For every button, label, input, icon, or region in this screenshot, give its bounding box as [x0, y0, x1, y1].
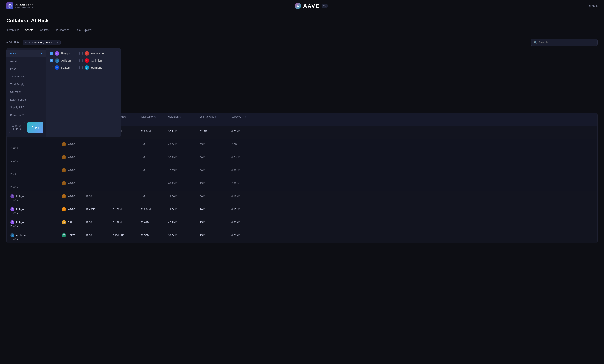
filter-option-avalanche[interactable]: ▲ Avalanche [79, 51, 104, 56]
supply-apy-cell: 0.563% [231, 130, 259, 133]
polygon-icon: ⬡ [55, 51, 59, 56]
supply-apy-cell: 0.171% [231, 208, 259, 211]
asset-name: USDT [68, 234, 75, 237]
logo-text: CHAOS LABS Community Analytics [15, 3, 33, 9]
total-supply-cell: $13.44M [141, 208, 168, 211]
supply-apy-cell: 0.188% [231, 195, 259, 198]
table-row: ⟡ Arbitrum ₮ USDT $1.00 $884.19K $2.55M … [7, 230, 597, 243]
tab-liquidations[interactable]: Liquidations [54, 27, 70, 34]
search-input[interactable] [539, 41, 594, 44]
total-supply-cell: ...M [141, 143, 168, 146]
th-total-supply[interactable]: Total Supply ⇅ [141, 115, 168, 118]
avalanche-icon: ▲ [85, 51, 89, 56]
filter-option-fantom[interactable]: ◈ Fantom [50, 65, 72, 70]
asset-cell: ₿ WBTC [62, 142, 85, 146]
sign-in-button[interactable]: Sign In [589, 4, 598, 8]
search-box: 🔍 [531, 39, 598, 46]
filter-option-polygon[interactable]: ⬡ Polygon [50, 51, 72, 56]
sidebar-item-borrow-apy[interactable]: Borrow APY [6, 111, 46, 119]
borrow-apy-cell: 1.82% [11, 198, 62, 201]
filter-tag-market: Market Polygon, Arbitrum ✕ [23, 40, 60, 45]
sidebar-item-total-supply[interactable]: Total Supply [6, 80, 46, 88]
filter-option-optimism[interactable]: ● Optimism [79, 58, 104, 63]
optimism-icon: ● [85, 58, 89, 63]
checkbox-polygon[interactable] [50, 52, 53, 55]
arbitrum-icon: ⟡ [55, 58, 59, 63]
checkbox-fantom[interactable] [50, 66, 53, 69]
tab-wallets[interactable]: Wallets [39, 27, 49, 34]
wbtc-icon: ₿ [62, 181, 66, 185]
price-cell: $19.63K [85, 208, 113, 211]
polygon-market-icon: ⬡ [11, 220, 14, 224]
harmony-label: Harmony [91, 66, 102, 69]
total-borrow-cell: $884.19K [113, 234, 141, 237]
utilization-cell: 11.54% [168, 208, 200, 211]
tab-assets[interactable]: Assets [24, 27, 34, 34]
borrow-apy-cell: 1.57% [11, 159, 62, 162]
sidebar-item-price[interactable]: Price [6, 65, 46, 73]
checkbox-optimism[interactable] [79, 59, 83, 62]
asset-name: WBTC [68, 156, 75, 159]
asset-name: WBTC [68, 169, 75, 172]
asset-name: WBTC [68, 143, 75, 146]
page-title-area: Collateral At Risk [0, 12, 604, 24]
clear-all-filters-button[interactable]: Clear All Filters [9, 122, 25, 133]
utilization-cell: 34.54% [168, 234, 200, 237]
polygon-market-icon: ⬡ [11, 194, 14, 198]
table-row: ₿ WBTC ...M 35.19% 80% 0.544% 1.57% [7, 152, 597, 165]
supply-apy-cell: 0.866% [231, 221, 259, 224]
center-logo: A AAVE V3 [295, 3, 327, 9]
tab-overview[interactable]: Overview [6, 27, 19, 34]
ltv-cell: 82.5% [200, 130, 231, 133]
sidebar-item-utilization[interactable]: Utilization [6, 88, 46, 96]
utilization-cell: 11.56% [168, 195, 200, 198]
th-utilization[interactable]: Utilization ⇅ [168, 115, 200, 118]
total-supply-cell: ...M [141, 169, 168, 172]
ltv-cell: 70% [200, 208, 231, 211]
arbitrum-label: Arbitrum [61, 59, 72, 62]
sidebar-item-supply-apy[interactable]: Supply APY [6, 103, 46, 111]
fantom-icon: ◈ [55, 65, 59, 70]
borrow-apy-cell: 2.6% [11, 172, 62, 175]
filter-dropdown: Market Asset Price Total Borrow Total Su… [6, 48, 121, 138]
checkbox-harmony[interactable] [79, 66, 83, 69]
utilization-cell: 35.19% [168, 156, 200, 159]
borrow-apy-cell: 2.09% [11, 224, 62, 227]
filter-tag-close-icon[interactable]: ✕ [56, 41, 58, 44]
aave-icon: A [295, 3, 301, 9]
wbtc-icon: ₿ [62, 168, 66, 172]
sidebar-item-total-borrow[interactable]: Total Borrow [6, 73, 46, 80]
ltv-cell: 80% [200, 169, 231, 172]
utilization-cell: 16.35% [168, 169, 200, 172]
expand-button[interactable]: ▼ [27, 195, 29, 198]
filter-left: + Add Filter Market Polygon, Arbitrum ✕ [6, 40, 61, 45]
th-supply-apy[interactable]: Supply APY ⇅ [231, 115, 259, 118]
th-ltv[interactable]: Loan to Value ⇅ [200, 115, 231, 118]
chaos-labs-icon [6, 2, 13, 10]
filter-col-1: ⬡ Polygon ⟡ Arbitrum ◈ Fantom [50, 51, 72, 134]
app-header: CHAOS LABS Community Analytics A AAVE V3… [0, 0, 604, 12]
table-row: ⬡ Polygon ◈ DAI $1.00 $1.49M $3.61M 40.9… [7, 217, 597, 230]
ltv-cell: 80% [200, 195, 231, 198]
filter-option-arbitrum[interactable]: ⟡ Arbitrum [50, 58, 72, 63]
apply-button[interactable]: Apply [27, 122, 43, 133]
sidebar-item-market[interactable]: Market [6, 50, 46, 57]
sidebar-item-asset[interactable]: Asset [6, 57, 46, 65]
total-supply-cell: $13.44M [141, 130, 168, 133]
asset-name: WBTC [68, 195, 75, 198]
checkbox-arbitrum[interactable] [50, 59, 53, 62]
ltv-cell: 65% [200, 143, 231, 146]
total-borrow-cell: $1.56M [113, 208, 141, 211]
filter-options: ⬡ Polygon ⟡ Arbitrum ◈ Fantom [46, 48, 121, 138]
utilization-cell: 35.91% [168, 130, 200, 133]
checkbox-avalanche[interactable] [79, 52, 83, 55]
tab-risk-explorer[interactable]: Risk Explorer [75, 27, 93, 34]
filter-option-harmony[interactable]: ◎ Harmony [79, 65, 104, 70]
supply-apy-cell: 0.544% [231, 156, 259, 159]
fantom-label: Fantom [61, 66, 70, 69]
sidebar-item-ltv[interactable]: Loan to Value [6, 96, 46, 103]
add-filter-button[interactable]: + Add Filter [6, 41, 20, 44]
supply-apy-cell: 2.38% [231, 182, 259, 185]
asset-name: WBTC [68, 208, 75, 211]
utilization-cell: 64.13% [168, 182, 200, 185]
